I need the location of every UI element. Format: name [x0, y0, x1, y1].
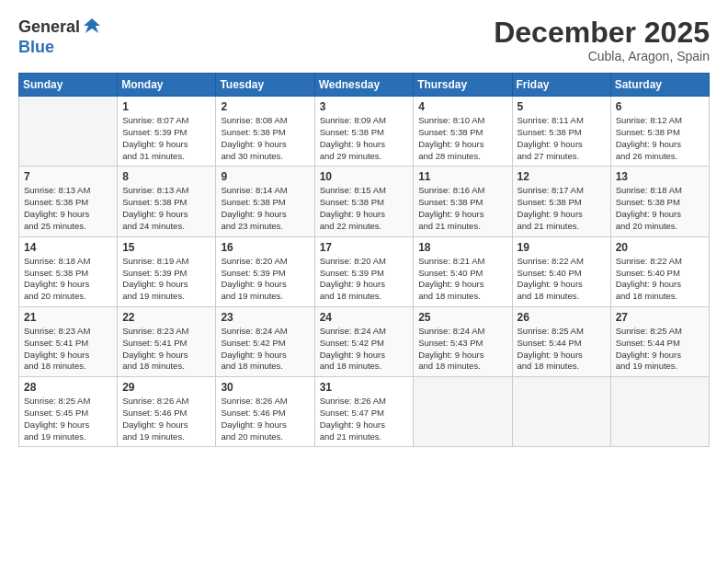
day-info: Sunrise: 8:08 AM Sunset: 5:38 PM Dayligh…	[221, 115, 309, 162]
calendar-day-cell: 7Sunrise: 8:13 AM Sunset: 5:38 PM Daylig…	[19, 167, 118, 236]
calendar-day-cell	[512, 377, 610, 447]
day-number: 29	[122, 381, 210, 394]
calendar-day-cell: 1Sunrise: 8:07 AM Sunset: 5:39 PM Daylig…	[118, 97, 216, 167]
day-number: 11	[418, 170, 506, 183]
day-number: 19	[518, 241, 606, 254]
day-info: Sunrise: 8:17 AM Sunset: 5:38 PM Dayligh…	[518, 185, 606, 232]
col-wednesday: Wednesday	[314, 74, 414, 97]
day-info: Sunrise: 8:25 AM Sunset: 5:44 PM Dayligh…	[616, 326, 704, 373]
calendar-day-cell: 29Sunrise: 8:26 AM Sunset: 5:46 PM Dayli…	[118, 377, 216, 447]
day-number: 17	[320, 241, 409, 254]
day-info: Sunrise: 8:20 AM Sunset: 5:39 PM Dayligh…	[320, 256, 409, 303]
day-info: Sunrise: 8:13 AM Sunset: 5:38 PM Dayligh…	[122, 185, 210, 232]
calendar-day-cell	[19, 97, 118, 167]
calendar-week-row: 7Sunrise: 8:13 AM Sunset: 5:38 PM Daylig…	[19, 167, 710, 236]
day-info: Sunrise: 8:23 AM Sunset: 5:41 PM Dayligh…	[122, 326, 210, 373]
calendar-day-cell: 27Sunrise: 8:25 AM Sunset: 5:44 PM Dayli…	[610, 306, 709, 376]
day-number: 30	[221, 381, 309, 394]
day-info: Sunrise: 8:24 AM Sunset: 5:43 PM Dayligh…	[418, 326, 506, 373]
logo-blue-text: Blue	[18, 38, 54, 56]
day-number: 14	[24, 241, 112, 254]
day-number: 13	[616, 170, 704, 183]
day-number: 10	[320, 170, 409, 183]
calendar-day-cell: 3Sunrise: 8:09 AM Sunset: 5:38 PM Daylig…	[314, 97, 414, 167]
calendar-day-cell: 21Sunrise: 8:23 AM Sunset: 5:41 PM Dayli…	[19, 306, 118, 376]
day-number: 7	[24, 170, 112, 183]
logo-general-text: General	[18, 18, 80, 37]
page: General Blue December 2025 Cubla, Aragon…	[0, 0, 728, 563]
col-thursday: Thursday	[414, 74, 512, 97]
calendar-day-cell: 9Sunrise: 8:14 AM Sunset: 5:38 PM Daylig…	[216, 167, 314, 236]
day-info: Sunrise: 8:22 AM Sunset: 5:40 PM Dayligh…	[518, 256, 606, 303]
col-sunday: Sunday	[19, 74, 118, 97]
day-info: Sunrise: 8:14 AM Sunset: 5:38 PM Dayligh…	[221, 185, 309, 232]
day-number: 24	[320, 311, 409, 324]
calendar-day-cell: 25Sunrise: 8:24 AM Sunset: 5:43 PM Dayli…	[414, 306, 512, 376]
day-number: 23	[221, 311, 309, 324]
calendar-day-cell: 26Sunrise: 8:25 AM Sunset: 5:44 PM Dayli…	[512, 306, 610, 376]
day-number: 21	[24, 311, 112, 324]
day-number: 2	[221, 100, 309, 113]
day-number: 4	[418, 100, 506, 113]
calendar-day-cell: 24Sunrise: 8:24 AM Sunset: 5:42 PM Dayli…	[314, 306, 414, 376]
calendar-header-row: Sunday Monday Tuesday Wednesday Thursday…	[19, 74, 710, 97]
calendar-day-cell: 4Sunrise: 8:10 AM Sunset: 5:38 PM Daylig…	[414, 97, 512, 167]
day-info: Sunrise: 8:16 AM Sunset: 5:38 PM Dayligh…	[418, 185, 506, 232]
day-number: 28	[24, 381, 112, 394]
calendar-day-cell: 18Sunrise: 8:21 AM Sunset: 5:40 PM Dayli…	[414, 236, 512, 306]
day-info: Sunrise: 8:25 AM Sunset: 5:44 PM Dayligh…	[518, 326, 606, 373]
calendar-day-cell: 2Sunrise: 8:08 AM Sunset: 5:38 PM Daylig…	[216, 97, 314, 167]
day-info: Sunrise: 8:20 AM Sunset: 5:39 PM Dayligh…	[221, 256, 309, 303]
day-info: Sunrise: 8:18 AM Sunset: 5:38 PM Dayligh…	[616, 185, 704, 232]
day-info: Sunrise: 8:23 AM Sunset: 5:41 PM Dayligh…	[24, 326, 112, 373]
calendar-day-cell: 23Sunrise: 8:24 AM Sunset: 5:42 PM Dayli…	[216, 306, 314, 376]
calendar-day-cell: 22Sunrise: 8:23 AM Sunset: 5:41 PM Dayli…	[118, 306, 216, 376]
calendar-day-cell	[610, 377, 709, 447]
day-number: 6	[616, 100, 704, 113]
day-number: 15	[122, 241, 210, 254]
calendar-day-cell: 15Sunrise: 8:19 AM Sunset: 5:39 PM Dayli…	[118, 236, 216, 306]
day-number: 8	[122, 170, 210, 183]
month-title: December 2025	[494, 17, 710, 49]
col-monday: Monday	[118, 74, 216, 97]
calendar-day-cell: 14Sunrise: 8:18 AM Sunset: 5:38 PM Dayli…	[19, 236, 118, 306]
day-info: Sunrise: 8:25 AM Sunset: 5:45 PM Dayligh…	[24, 396, 112, 442]
calendar-week-row: 21Sunrise: 8:23 AM Sunset: 5:41 PM Dayli…	[19, 306, 710, 376]
day-info: Sunrise: 8:11 AM Sunset: 5:38 PM Dayligh…	[518, 115, 606, 162]
day-info: Sunrise: 8:21 AM Sunset: 5:40 PM Dayligh…	[418, 256, 506, 303]
day-number: 26	[518, 311, 606, 324]
day-number: 27	[616, 311, 704, 324]
day-number: 31	[320, 381, 409, 394]
day-info: Sunrise: 8:10 AM Sunset: 5:38 PM Dayligh…	[418, 115, 506, 162]
day-number: 16	[221, 241, 309, 254]
day-number: 25	[418, 311, 506, 324]
logo-bird-icon	[82, 17, 102, 37]
header: General Blue December 2025 Cubla, Aragon…	[18, 17, 710, 63]
day-info: Sunrise: 8:26 AM Sunset: 5:47 PM Dayligh…	[320, 396, 409, 442]
day-info: Sunrise: 8:09 AM Sunset: 5:38 PM Dayligh…	[320, 115, 409, 162]
day-number: 1	[122, 100, 210, 113]
day-info: Sunrise: 8:07 AM Sunset: 5:39 PM Dayligh…	[122, 115, 210, 162]
col-tuesday: Tuesday	[216, 74, 314, 97]
calendar-day-cell: 12Sunrise: 8:17 AM Sunset: 5:38 PM Dayli…	[512, 167, 610, 236]
day-info: Sunrise: 8:24 AM Sunset: 5:42 PM Dayligh…	[221, 326, 309, 373]
logo: General Blue	[18, 17, 102, 57]
calendar-day-cell: 8Sunrise: 8:13 AM Sunset: 5:38 PM Daylig…	[118, 167, 216, 236]
day-number: 20	[616, 241, 704, 254]
calendar-day-cell	[414, 377, 512, 447]
day-info: Sunrise: 8:12 AM Sunset: 5:38 PM Dayligh…	[616, 115, 704, 162]
svg-marker-0	[84, 18, 100, 33]
day-info: Sunrise: 8:26 AM Sunset: 5:46 PM Dayligh…	[122, 396, 210, 442]
day-number: 5	[518, 100, 606, 113]
calendar-table: Sunday Monday Tuesday Wednesday Thursday…	[18, 73, 710, 447]
day-info: Sunrise: 8:13 AM Sunset: 5:38 PM Dayligh…	[24, 185, 112, 232]
calendar-day-cell: 28Sunrise: 8:25 AM Sunset: 5:45 PM Dayli…	[19, 377, 118, 447]
day-number: 22	[122, 311, 210, 324]
calendar-week-row: 14Sunrise: 8:18 AM Sunset: 5:38 PM Dayli…	[19, 236, 710, 306]
calendar-day-cell: 30Sunrise: 8:26 AM Sunset: 5:46 PM Dayli…	[216, 377, 314, 447]
location: Cubla, Aragon, Spain	[494, 49, 710, 63]
day-number: 3	[320, 100, 409, 113]
day-info: Sunrise: 8:22 AM Sunset: 5:40 PM Dayligh…	[616, 256, 704, 303]
calendar-day-cell: 13Sunrise: 8:18 AM Sunset: 5:38 PM Dayli…	[610, 167, 709, 236]
calendar-day-cell: 6Sunrise: 8:12 AM Sunset: 5:38 PM Daylig…	[610, 97, 709, 167]
